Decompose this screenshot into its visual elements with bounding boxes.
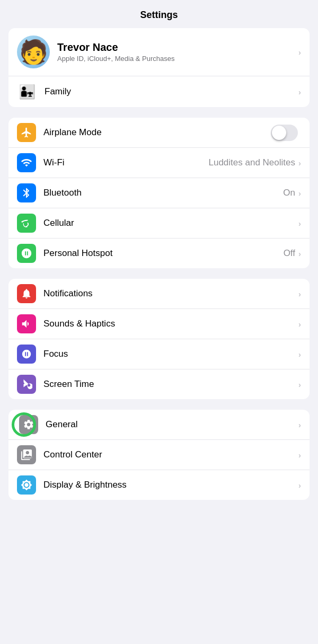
cellular-row[interactable]: Cellular › [8,208,310,239]
notifications-chevron-icon: › [298,289,301,298]
personal-hotspot-label: Personal Hotspot [43,248,284,259]
wifi-icon [17,153,36,172]
avatar-emoji: 🧑 [19,38,48,66]
screen-time-chevron-icon: › [298,380,301,389]
bluetooth-label: Bluetooth [43,188,283,198]
wifi-label: Wi-Fi [43,157,208,168]
page-title: Settings [0,0,318,28]
control-center-chevron-icon: › [298,451,301,460]
profile-name: Trevor Nace [57,41,298,54]
cellular-icon [17,214,36,233]
cellular-label: Cellular [43,218,298,228]
focus-icon [17,345,36,364]
notifications-row[interactable]: Notifications › [8,279,310,309]
personal-hotspot-value: Off [284,248,295,259]
family-chevron-icon: › [298,87,301,96]
control-center-row[interactable]: Control Center › [8,440,310,470]
profile-subtitle: Apple ID, iCloud+, Media & Purchases [57,55,298,63]
family-label: Family [45,86,298,97]
sounds-haptics-label: Sounds & Haptics [43,319,298,329]
general-section: General › Control Center › Display & Bri… [8,410,310,500]
personal-hotspot-icon [17,244,36,263]
family-row[interactable]: 👨‍👧 Family › [8,76,310,107]
screen-time-row[interactable]: Screen Time › [8,369,310,399]
control-center-icon [17,445,36,464]
focus-chevron-icon: › [298,350,301,359]
bluetooth-value: On [283,188,295,198]
general-row[interactable]: General › [8,410,310,440]
sounds-haptics-icon [17,314,36,333]
general-chevron-icon: › [298,420,301,429]
display-brightness-icon [17,475,36,495]
connectivity-section: Airplane Mode Wi-Fi Luddites and Neolite… [8,118,310,268]
screen-time-icon [17,375,36,394]
general-label: General [46,419,298,430]
wifi-value: Luddites and Neolites [208,157,295,168]
screen-time-label: Screen Time [43,379,298,390]
airplane-mode-row[interactable]: Airplane Mode [8,118,310,148]
notifications-icon [17,284,36,303]
profile-info: Trevor Nace Apple ID, iCloud+, Media & P… [57,41,298,63]
toggle-knob [272,126,286,140]
notifications-section: Notifications › Sounds & Haptics › Focus… [8,279,310,399]
bluetooth-icon [17,183,36,202]
focus-row[interactable]: Focus › [8,339,310,369]
personal-hotspot-chevron-icon: › [298,249,301,258]
bluetooth-chevron-icon: › [298,189,301,198]
profile-section: 🧑 Trevor Nace Apple ID, iCloud+, Media &… [8,28,310,107]
sounds-haptics-chevron-icon: › [298,320,301,329]
profile-row[interactable]: 🧑 Trevor Nace Apple ID, iCloud+, Media &… [8,28,310,76]
avatar: 🧑 [17,36,50,68]
display-brightness-label: Display & Brightness [43,480,298,490]
notifications-label: Notifications [43,288,298,299]
general-icon [19,415,38,434]
personal-hotspot-row[interactable]: Personal Hotspot Off › [8,239,310,268]
focus-label: Focus [43,349,298,359]
airplane-mode-toggle[interactable] [271,125,298,141]
airplane-mode-icon [17,123,36,142]
control-center-label: Control Center [43,449,298,460]
wifi-chevron-icon: › [298,158,301,167]
family-avatar: 👨‍👧 [17,82,37,102]
wifi-row[interactable]: Wi-Fi Luddites and Neolites › [8,148,310,178]
display-brightness-chevron-icon: › [298,481,301,490]
cellular-chevron-icon: › [298,219,301,228]
airplane-mode-label: Airplane Mode [43,127,271,138]
bluetooth-row[interactable]: Bluetooth On › [8,178,310,208]
profile-chevron-icon: › [298,48,301,57]
display-brightness-row[interactable]: Display & Brightness › [8,470,310,500]
sounds-haptics-row[interactable]: Sounds & Haptics › [8,309,310,339]
